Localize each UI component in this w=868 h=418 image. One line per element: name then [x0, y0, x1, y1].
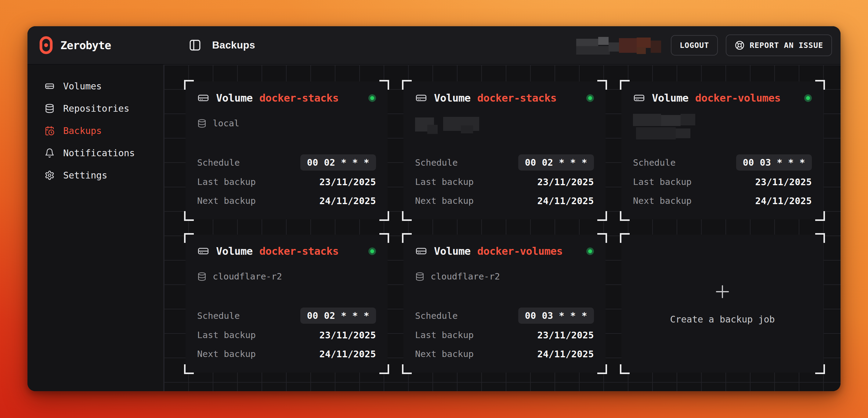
backup-card-docker-volumes-redacted[interactable]: Volume docker-volumes: [620, 80, 825, 221]
cron-badge: 00 02 * * *: [300, 308, 376, 324]
last-backup-label: Last backup: [197, 330, 256, 340]
cron-badge: 00 03 * * *: [736, 154, 812, 170]
cron-badge: 00 02 * * *: [518, 154, 594, 170]
sidebar-item-label: Backups: [63, 125, 102, 136]
status-dot: [804, 94, 812, 102]
card-title-row: Volume docker-stacks: [197, 245, 376, 257]
volume-name: docker-volumes: [477, 245, 563, 257]
hard-drive-icon: [633, 92, 645, 104]
create-backup-job-label: Create a backup job: [670, 314, 775, 325]
last-backup-label: Last backup: [415, 176, 474, 187]
backup-card-docker-stacks-local[interactable]: Volume docker-stacks: [184, 80, 389, 221]
sidebar-item-label: Repositories: [63, 103, 129, 114]
page-title: Backups: [212, 39, 255, 51]
report-issue-label: REPORT AN ISSUE: [750, 41, 823, 50]
plus-icon: [714, 283, 731, 300]
hard-drive-icon: [197, 245, 209, 257]
header: Zerobyte Backups LO: [28, 26, 840, 65]
card-title-row: Volume docker-stacks: [197, 92, 376, 104]
calendar-clock-icon: [44, 126, 55, 136]
next-backup-label: Next backup: [197, 349, 256, 359]
volume-prefix: Volume: [434, 92, 471, 104]
sidebar: Volumes Repositories: [28, 65, 164, 391]
volume-name: docker-stacks: [259, 245, 339, 257]
backup-card-docker-stacks-redacted[interactable]: Volume docker-stacks Schedul: [402, 80, 607, 221]
page-head: Backups: [164, 38, 255, 52]
schedule-label: Schedule: [197, 311, 240, 321]
backups-grid-area: Volume docker-stacks: [164, 65, 840, 391]
cron-badge: 00 03 * * *: [518, 308, 594, 324]
sidebar-item-backups[interactable]: Backups: [28, 120, 163, 142]
schedule-label: Schedule: [415, 311, 458, 321]
volume-prefix: Volume: [216, 245, 253, 257]
database-icon: [197, 119, 207, 128]
sidebar-item-notifications[interactable]: Notifications: [28, 142, 163, 164]
redacted-repository: [633, 114, 812, 142]
bell-icon: [44, 148, 55, 158]
status-dot: [586, 94, 594, 102]
card-title-row: Volume docker-volumes: [633, 92, 812, 104]
repository-name: cloudflare-r2: [431, 271, 500, 282]
volume-prefix: Volume: [216, 92, 253, 104]
sidebar-item-repositories[interactable]: Repositories: [28, 97, 163, 120]
sidebar-item-label: Notifications: [63, 148, 135, 158]
last-backup-label: Last backup: [415, 330, 474, 340]
hard-drive-icon: [44, 81, 55, 91]
volume-name: docker-stacks: [477, 92, 557, 104]
brand-name: Zerobyte: [60, 39, 111, 52]
next-backup-label: Next backup: [415, 349, 474, 359]
hard-drive-icon: [415, 92, 427, 104]
volume-prefix: Volume: [652, 92, 688, 104]
schedule-label: Schedule: [633, 157, 676, 168]
next-backup-label: Next backup: [633, 196, 691, 206]
repository-name: local: [213, 118, 239, 128]
create-backup-job-card[interactable]: Create a backup job: [620, 233, 825, 374]
logout-label: LOGOUT: [680, 41, 709, 50]
backup-cards: Volume docker-stacks: [184, 80, 825, 374]
sidebar-item-label: Volumes: [63, 81, 102, 92]
database-icon: [197, 272, 207, 281]
sidebar-item-label: Settings: [63, 170, 107, 181]
last-backup-label: Last backup: [633, 176, 691, 187]
last-backup-label: Last backup: [197, 176, 256, 187]
report-issue-button[interactable]: REPORT AN ISSUE: [726, 34, 832, 56]
redacted-user-info: [575, 36, 663, 55]
next-backup-date: 24/11/2025: [755, 196, 812, 206]
last-backup-date: 23/11/2025: [319, 330, 376, 341]
cron-badge: 00 02 * * *: [300, 154, 376, 170]
status-dot: [368, 248, 376, 255]
app-body: Volumes Repositories: [28, 65, 840, 391]
sidebar-toggle-icon[interactable]: [188, 38, 202, 52]
schedule-label: Schedule: [415, 157, 458, 168]
logout-button[interactable]: LOGOUT: [671, 35, 718, 56]
last-backup-date: 23/11/2025: [319, 176, 376, 187]
last-backup-date: 23/11/2025: [755, 176, 812, 187]
backup-card-docker-volumes-cloudflare[interactable]: Volume docker-volumes: [402, 233, 607, 374]
sidebar-item-volumes[interactable]: Volumes: [28, 75, 163, 97]
gear-icon: [44, 170, 55, 180]
next-backup-date: 24/11/2025: [319, 196, 376, 206]
volume-name: docker-volumes: [695, 92, 781, 104]
status-dot: [586, 248, 594, 255]
header-right: LOGOUT REPORT AN ISSUE: [575, 34, 832, 56]
next-backup-label: Next backup: [415, 196, 474, 206]
app-window: Zerobyte Backups LO: [28, 26, 840, 391]
last-backup-date: 23/11/2025: [537, 176, 594, 187]
hard-drive-icon: [197, 92, 209, 104]
repository-row: local: [197, 118, 376, 128]
next-backup-date: 24/11/2025: [319, 349, 376, 359]
next-backup-date: 24/11/2025: [537, 196, 594, 206]
last-backup-date: 23/11/2025: [537, 330, 594, 341]
lifebuoy-icon: [735, 40, 745, 50]
backup-card-docker-stacks-cloudflare[interactable]: Volume docker-stacks: [184, 233, 389, 374]
database-icon: [44, 103, 55, 114]
sidebar-item-settings[interactable]: Settings: [28, 164, 163, 186]
card-title-row: Volume docker-stacks: [415, 92, 594, 104]
hard-drive-icon: [415, 245, 427, 257]
repository-name: cloudflare-r2: [213, 271, 282, 282]
zerobyte-logo-icon: [39, 36, 53, 55]
repository-row: cloudflare-r2: [415, 271, 594, 282]
brand: Zerobyte: [39, 36, 164, 55]
next-backup-date: 24/11/2025: [537, 349, 594, 359]
redacted-repository: [415, 116, 594, 134]
